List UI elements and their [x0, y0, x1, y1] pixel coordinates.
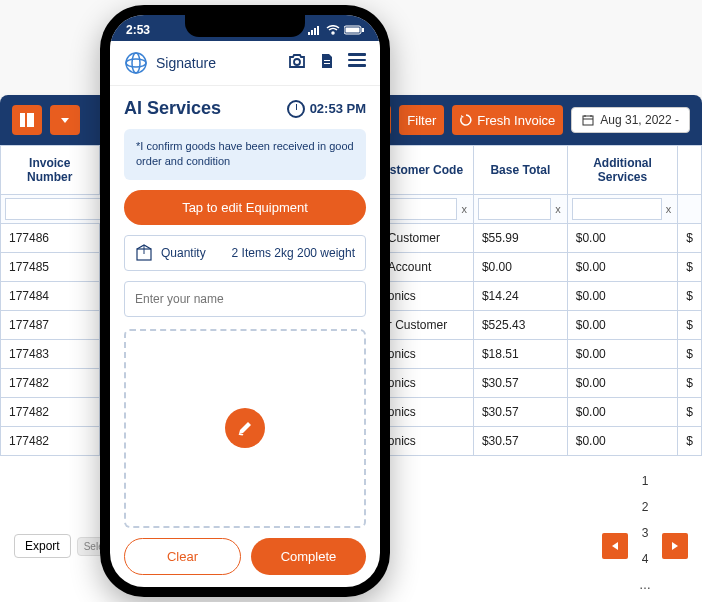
col-customer-code[interactable]: stomer Code [379, 146, 473, 195]
svg-rect-9 [317, 26, 319, 35]
cell-base: $14.24 [473, 282, 567, 311]
signature-pen-button[interactable] [225, 408, 265, 448]
cell-invoice: 177483 [1, 340, 100, 369]
box-icon [135, 244, 153, 262]
cell-extra: $ [678, 311, 702, 340]
edit-equipment-button[interactable]: Tap to edit Equipment [124, 190, 366, 225]
cell-invoice: 177486 [1, 224, 100, 253]
col-base-total[interactable]: Base Total [473, 146, 567, 195]
svg-rect-2 [583, 116, 593, 125]
cell-customer: onics [379, 427, 473, 456]
cell-base: $18.51 [473, 340, 567, 369]
cell-customer: r Customer [379, 311, 473, 340]
fresh-invoice-label: Fresh Invoice [477, 113, 555, 128]
phone-mockup: 2:53 Signature [100, 5, 390, 597]
page-number[interactable]: 2 [632, 494, 658, 520]
page-prev[interactable] [602, 533, 628, 559]
fresh-invoice-button[interactable]: Fresh Invoice [452, 105, 563, 135]
cell-extra: $ [678, 224, 702, 253]
date-range-picker[interactable]: Aug 31, 2022 - [571, 107, 690, 133]
col-additional-services[interactable]: Additional Services [567, 146, 678, 195]
cell-customer: Customer [379, 224, 473, 253]
clock-icon [287, 100, 305, 118]
document-icon[interactable] [320, 53, 334, 73]
layout-button[interactable] [12, 105, 42, 135]
service-title: AI Services [124, 98, 221, 119]
export-button[interactable]: Export [14, 534, 71, 558]
filter-clear-icon[interactable]: x [664, 203, 674, 215]
cell-addl: $0.00 [567, 340, 678, 369]
phone-body: AI Services 02:53 PM *I confirm goods ha… [110, 86, 380, 587]
service-time: 02:53 PM [287, 100, 366, 118]
cell-invoice: 177484 [1, 282, 100, 311]
cell-invoice: 177487 [1, 311, 100, 340]
cell-extra: $ [678, 282, 702, 311]
page-number[interactable]: 34 [632, 598, 658, 602]
cell-base: $30.57 [473, 398, 567, 427]
cell-addl: $0.00 [567, 311, 678, 340]
col-extra [678, 146, 702, 195]
cell-addl: $0.00 [567, 398, 678, 427]
cell-base: $525.43 [473, 311, 567, 340]
col-invoice-number[interactable]: Invoice Number [1, 146, 100, 195]
pen-icon [236, 419, 254, 437]
phone-notch [185, 15, 305, 37]
signature-pad[interactable] [124, 329, 366, 528]
cell-customer: onics [379, 369, 473, 398]
cell-addl: $0.00 [567, 427, 678, 456]
confirm-note: *I confirm goods have been received in g… [124, 129, 366, 180]
filter-addl[interactable] [572, 198, 662, 220]
svg-rect-7 [311, 30, 313, 35]
svg-point-16 [294, 59, 300, 65]
dropdown-button[interactable] [50, 105, 80, 135]
cell-addl: $0.00 [567, 282, 678, 311]
cell-extra: $ [678, 427, 702, 456]
app-title: Signature [156, 55, 280, 71]
filter-base[interactable] [478, 198, 551, 220]
wifi-icon [326, 25, 340, 35]
calendar-icon [582, 114, 594, 126]
svg-rect-8 [314, 28, 316, 35]
filter-customer[interactable] [384, 198, 458, 220]
page-number[interactable]: 1 [632, 468, 658, 494]
cell-base: $55.99 [473, 224, 567, 253]
svg-point-13 [126, 53, 146, 73]
svg-rect-12 [362, 28, 364, 32]
svg-rect-11 [346, 28, 360, 33]
app-header: Signature [110, 41, 380, 86]
cell-addl: $0.00 [567, 369, 678, 398]
quantity-row[interactable]: Quantity 2 Items 2kg 200 weight [124, 235, 366, 271]
page-next[interactable] [662, 533, 688, 559]
menu-icon[interactable] [348, 53, 366, 73]
cell-addl: $0.00 [567, 224, 678, 253]
app-logo-icon [124, 51, 148, 75]
svg-rect-0 [20, 113, 25, 127]
svg-rect-18 [324, 63, 330, 64]
filter-button[interactable]: Filter [399, 105, 444, 135]
svg-rect-6 [308, 32, 310, 35]
svg-point-15 [132, 53, 140, 73]
quantity-value: 2 Items 2kg 200 weight [232, 246, 355, 260]
complete-button[interactable]: Complete [251, 538, 366, 575]
pagination: 1234…34 [602, 468, 688, 602]
date-range-label: Aug 31, 2022 - [600, 113, 679, 127]
filter-clear-icon[interactable]: x [553, 203, 563, 215]
page-number[interactable]: … [632, 572, 658, 598]
cell-invoice: 177482 [1, 369, 100, 398]
cell-invoice: 177482 [1, 427, 100, 456]
cell-base: $30.57 [473, 427, 567, 456]
svg-rect-17 [324, 60, 330, 61]
filter-clear-icon[interactable]: x [459, 203, 469, 215]
cell-customer: onics [379, 340, 473, 369]
page-number[interactable]: 4 [632, 546, 658, 572]
camera-icon[interactable] [288, 53, 306, 73]
svg-rect-1 [27, 113, 34, 127]
cell-customer: onics [379, 398, 473, 427]
status-time: 2:53 [126, 23, 150, 37]
svg-point-14 [126, 59, 146, 67]
name-input[interactable] [124, 281, 366, 317]
cell-extra: $ [678, 340, 702, 369]
clear-button[interactable]: Clear [124, 538, 241, 575]
page-number[interactable]: 3 [632, 520, 658, 546]
cell-invoice: 177482 [1, 398, 100, 427]
